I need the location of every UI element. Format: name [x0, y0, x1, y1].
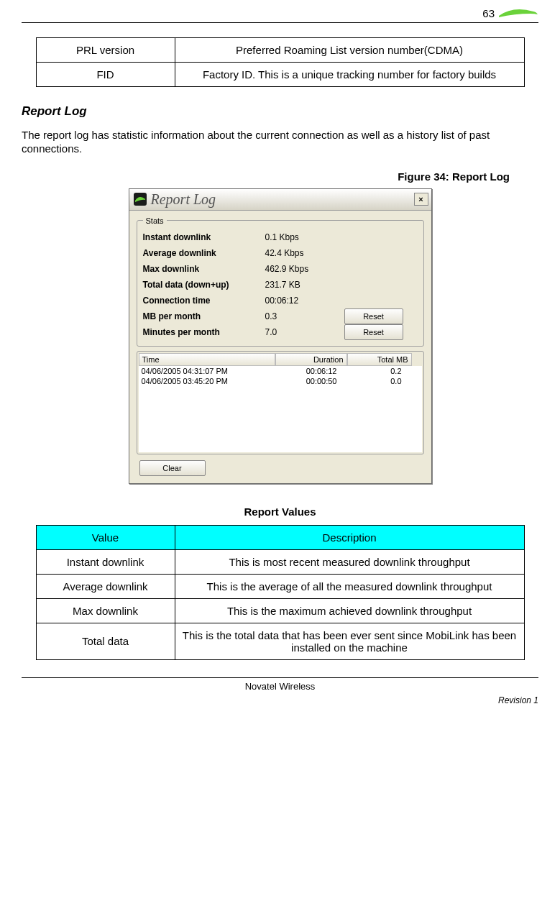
list-body[interactable]: 04/06/2005 04:31:07 PM 00:06:12 0.2 04/0… [139, 366, 422, 452]
table-row: PRL version Preferred Roaming List versi… [36, 38, 524, 63]
close-button[interactable]: × [414, 193, 428, 206]
cell-label: FID [36, 63, 175, 87]
page-number: 63 [482, 7, 495, 19]
cell-desc: This is the average of all the measured … [175, 574, 524, 598]
cell-duration: 00:00:50 [278, 377, 350, 385]
cell-total: 0.0 [350, 377, 415, 385]
cell-value: Max downlink [36, 598, 175, 623]
stat-label: Total data (down+up) [143, 280, 265, 290]
swoosh-icon [499, 9, 538, 19]
cell-value: Total data [36, 623, 175, 659]
cell-desc: Factory ID. This is a unique tracking nu… [175, 63, 524, 87]
stat-value: 00:06:12 [265, 296, 344, 306]
stat-row: Average downlink 42.4 Kbps [143, 245, 418, 261]
page-footer: Novatel Wireless Revision 1 [22, 677, 538, 705]
clear-button[interactable]: Clear [139, 460, 206, 476]
cell-duration: 00:06:12 [278, 367, 350, 375]
section-intro: The report log has statistic information… [22, 129, 538, 156]
cell-time: 04/06/2005 03:45:20 PM [142, 377, 278, 385]
table-row: Max downlink This is the maximum achieve… [36, 598, 524, 623]
report-log-window: Report Log × Stats Instant downlink 0.1 … [129, 188, 432, 484]
table-row: Total data This is the total data that h… [36, 623, 524, 659]
app-icon [134, 193, 147, 206]
footer-center: Novatel Wireless [22, 681, 538, 692]
cell-value: Instant downlink [36, 549, 175, 574]
cell-desc: This is the maximum achieved downlink th… [175, 598, 524, 623]
stat-row: Connection time 00:06:12 [143, 293, 418, 308]
stats-group: Stats Instant downlink 0.1 Kbps Average … [137, 216, 424, 347]
stat-value: 7.0 [265, 327, 344, 337]
list-header-row: Time Duration Total MB [139, 353, 422, 366]
stat-value: 462.9 Kbps [265, 264, 344, 274]
cell-value: Average downlink [36, 574, 175, 598]
titlebar: Report Log × [129, 189, 431, 211]
stat-label: Max downlink [143, 264, 265, 274]
stat-label: Connection time [143, 296, 265, 306]
stat-value: 42.4 Kbps [265, 248, 344, 258]
cell-desc: This is most recent measured downlink th… [175, 549, 524, 574]
cell-desc: This is the total data that has been eve… [175, 623, 524, 659]
report-values-table: Value Description Instant downlink This … [36, 525, 525, 660]
stats-legend: Stats [143, 216, 167, 225]
stat-label: Average downlink [143, 248, 265, 258]
header-description: Description [175, 525, 524, 549]
table-row: Instant downlink This is most recent mea… [36, 549, 524, 574]
cell-time: 04/06/2005 04:31:07 PM [142, 367, 278, 375]
report-values-title: Report Values [22, 506, 538, 518]
cell-desc: Preferred Roaming List version number(CD… [175, 38, 524, 63]
col-duration[interactable]: Duration [275, 353, 347, 366]
stat-row: Max downlink 462.9 Kbps [143, 261, 418, 277]
stat-value: 0.3 [265, 311, 344, 321]
cell-total: 0.2 [350, 367, 415, 375]
cell-label: PRL version [36, 38, 175, 63]
stat-row: Instant downlink 0.1 Kbps [143, 229, 418, 245]
footer-revision: Revision 1 [498, 695, 538, 705]
stat-value: 0.1 Kbps [265, 232, 344, 242]
figure-caption: Figure 34: Report Log [22, 170, 510, 183]
stat-row: Minutes per month 7.0 Reset [143, 324, 418, 340]
list-item[interactable]: 04/06/2005 04:31:07 PM 00:06:12 0.2 [139, 366, 422, 376]
table-row: Average downlink This is the average of … [36, 574, 524, 598]
header-value: Value [36, 525, 175, 549]
stat-value: 231.7 KB [265, 280, 344, 290]
stat-row: Total data (down+up) 231.7 KB [143, 277, 418, 293]
prl-fid-table: PRL version Preferred Roaming List versi… [36, 37, 525, 87]
reset-mb-button[interactable]: Reset [344, 308, 403, 324]
history-list: Time Duration Total MB 04/06/2005 04:31:… [137, 351, 424, 454]
list-item[interactable]: 04/06/2005 03:45:20 PM 00:00:50 0.0 [139, 376, 422, 386]
stat-label: MB per month [143, 311, 265, 321]
col-time[interactable]: Time [139, 353, 275, 366]
col-total[interactable]: Total MB [347, 353, 412, 366]
table-row: FID Factory ID. This is a unique trackin… [36, 63, 524, 87]
reset-minutes-button[interactable]: Reset [344, 324, 403, 340]
page-header: 63 [22, 7, 538, 23]
stat-label: Instant downlink [143, 232, 265, 242]
stat-row: MB per month 0.3 Reset [143, 308, 418, 324]
stat-label: Minutes per month [143, 327, 265, 337]
window-title: Report Log [151, 191, 216, 208]
section-heading: Report Log [22, 104, 538, 119]
